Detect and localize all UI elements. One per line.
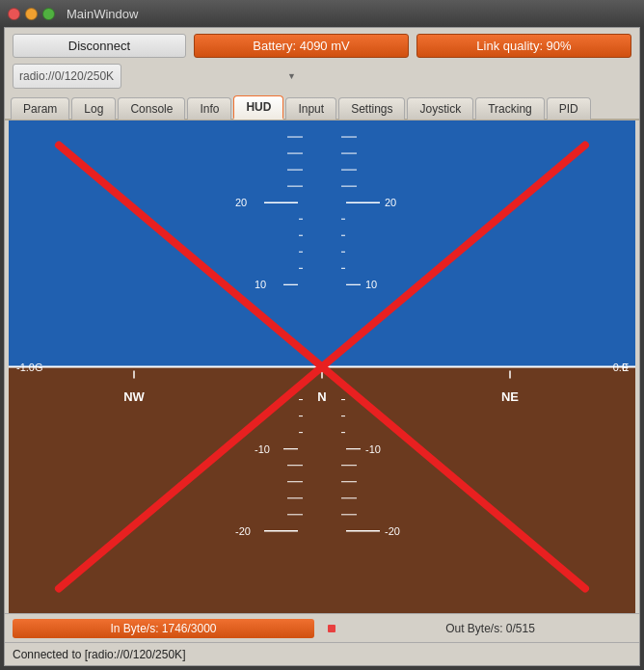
connected-label: Connected to [radio://0/120/250K]	[13, 648, 185, 661]
tab-param[interactable]: Param	[11, 97, 69, 120]
tab-hud[interactable]: HUD	[233, 95, 283, 120]
radio-select[interactable]: radio://0/120/250K	[13, 64, 121, 89]
out-bytes-status: Out Byte/s: 0/515	[349, 622, 631, 635]
minimize-button[interactable]	[25, 8, 38, 20]
tab-joystick[interactable]: Joystick	[407, 97, 473, 120]
window-title: MainWindow	[67, 7, 138, 21]
tab-settings[interactable]: Settings	[338, 97, 405, 120]
indicator-dot	[328, 625, 335, 632]
in-bytes-label: In Byte/s: 1746/3000	[110, 622, 216, 635]
hud-display	[9, 121, 635, 613]
tab-tracking[interactable]: Tracking	[475, 97, 545, 120]
tab-input[interactable]: Input	[285, 97, 336, 120]
tab-info[interactable]: Info	[187, 97, 231, 120]
tabs-row: Param Log Console Info HUD Input Setting…	[5, 94, 639, 121]
main-window: Disconnect Battery: 4090 mV Link quality…	[4, 27, 640, 666]
tab-pid[interactable]: PID	[547, 97, 591, 120]
link-quality-status: Link quality: 90%	[416, 34, 631, 58]
status-bar: In Byte/s: 1746/3000 Out Byte/s: 0/515	[5, 613, 639, 642]
maximize-button[interactable]	[42, 8, 55, 20]
in-bytes-status: In Byte/s: 1746/3000	[13, 619, 314, 638]
hud-canvas	[9, 121, 635, 613]
radio-row: radio://0/120/250K	[5, 64, 639, 94]
close-button[interactable]	[8, 8, 20, 20]
disconnect-button[interactable]: Disconnect	[13, 34, 186, 58]
out-bytes-label: Out Byte/s: 0/515	[445, 622, 535, 635]
window-controls[interactable]	[8, 8, 55, 20]
bottom-bar: Connected to [radio://0/120/250K]	[5, 642, 639, 665]
radio-select-wrap: radio://0/120/250K	[13, 64, 302, 89]
title-bar: MainWindow	[0, 0, 644, 27]
toolbar-row: Disconnect Battery: 4090 mV Link quality…	[5, 28, 639, 64]
tab-log[interactable]: Log	[71, 97, 116, 120]
battery-status: Battery: 4090 mV	[194, 34, 409, 58]
tab-console[interactable]: Console	[118, 97, 185, 120]
